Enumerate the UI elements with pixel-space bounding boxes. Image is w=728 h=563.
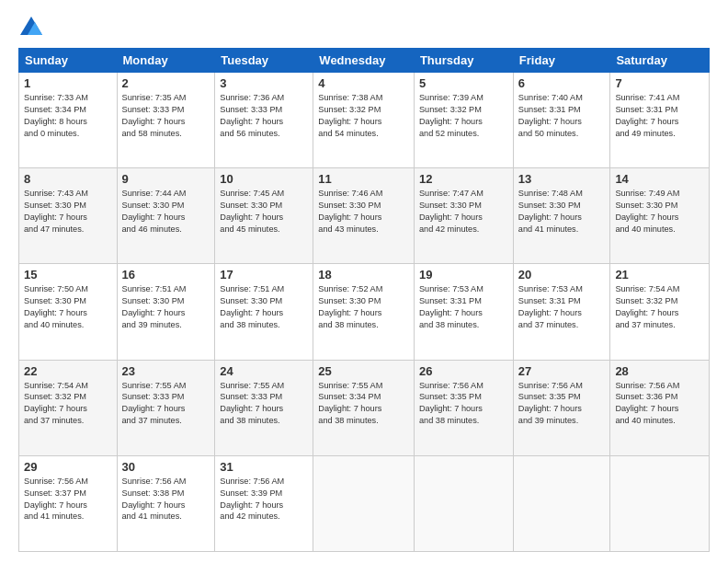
day-number: 28 <box>615 364 704 378</box>
calendar-cell: 31Sunrise: 7:56 AM Sunset: 3:39 PM Dayli… <box>215 455 313 551</box>
day-header-tuesday: Tuesday <box>215 49 313 73</box>
calendar-cell: 18Sunrise: 7:52 AM Sunset: 3:30 PM Dayli… <box>313 264 415 360</box>
calendar-cell: 15Sunrise: 7:50 AM Sunset: 3:30 PM Dayli… <box>19 264 118 360</box>
day-number: 4 <box>318 76 409 90</box>
calendar-cell <box>610 455 710 551</box>
calendar-cell: 5Sunrise: 7:39 AM Sunset: 3:32 PM Daylig… <box>414 73 513 168</box>
day-number: 30 <box>122 460 210 474</box>
calendar-cell: 12Sunrise: 7:47 AM Sunset: 3:30 PM Dayli… <box>414 168 513 264</box>
calendar-cell: 13Sunrise: 7:48 AM Sunset: 3:30 PM Dayli… <box>513 168 610 264</box>
calendar-cell: 17Sunrise: 7:51 AM Sunset: 3:30 PM Dayli… <box>215 264 313 360</box>
calendar-cell: 27Sunrise: 7:56 AM Sunset: 3:35 PM Dayli… <box>513 360 610 455</box>
header <box>18 15 710 40</box>
calendar-cell: 26Sunrise: 7:56 AM Sunset: 3:35 PM Dayli… <box>414 360 513 455</box>
day-info: Sunrise: 7:51 AM Sunset: 3:30 PM Dayligh… <box>122 283 210 331</box>
calendar-cell: 2Sunrise: 7:35 AM Sunset: 3:33 PM Daylig… <box>117 73 215 168</box>
day-info: Sunrise: 7:56 AM Sunset: 3:38 PM Dayligh… <box>122 476 210 523</box>
day-info: Sunrise: 7:52 AM Sunset: 3:30 PM Dayligh… <box>318 283 409 331</box>
calendar-body: 1Sunrise: 7:33 AM Sunset: 3:34 PM Daylig… <box>19 73 710 552</box>
calendar-cell: 19Sunrise: 7:53 AM Sunset: 3:31 PM Dayli… <box>414 264 513 360</box>
logo <box>18 15 48 40</box>
calendar-table: SundayMondayTuesdayWednesdayThursdayFrid… <box>18 48 710 552</box>
calendar-cell: 11Sunrise: 7:46 AM Sunset: 3:30 PM Dayli… <box>313 168 415 264</box>
day-number: 16 <box>122 268 210 282</box>
day-number: 29 <box>24 460 112 474</box>
day-info: Sunrise: 7:56 AM Sunset: 3:37 PM Dayligh… <box>24 476 112 523</box>
day-info: Sunrise: 7:50 AM Sunset: 3:30 PM Dayligh… <box>24 283 112 331</box>
day-info: Sunrise: 7:41 AM Sunset: 3:31 PM Dayligh… <box>615 92 704 140</box>
day-number: 24 <box>220 364 308 378</box>
day-number: 3 <box>220 76 308 90</box>
calendar-cell: 4Sunrise: 7:38 AM Sunset: 3:32 PM Daylig… <box>313 73 415 168</box>
day-info: Sunrise: 7:55 AM Sunset: 3:33 PM Dayligh… <box>220 380 308 428</box>
day-info: Sunrise: 7:54 AM Sunset: 3:32 PM Dayligh… <box>24 380 112 428</box>
header-row: SundayMondayTuesdayWednesdayThursdayFrid… <box>19 49 710 73</box>
day-info: Sunrise: 7:56 AM Sunset: 3:35 PM Dayligh… <box>419 380 508 428</box>
calendar-cell: 6Sunrise: 7:40 AM Sunset: 3:31 PM Daylig… <box>513 73 610 168</box>
day-number: 26 <box>419 364 508 378</box>
calendar-cell: 21Sunrise: 7:54 AM Sunset: 3:32 PM Dayli… <box>610 264 710 360</box>
day-number: 17 <box>220 268 308 282</box>
day-number: 22 <box>24 364 112 378</box>
day-header-saturday: Saturday <box>610 49 710 73</box>
day-info: Sunrise: 7:36 AM Sunset: 3:33 PM Dayligh… <box>220 92 308 140</box>
day-info: Sunrise: 7:56 AM Sunset: 3:39 PM Dayligh… <box>220 476 308 523</box>
day-number: 13 <box>518 172 606 186</box>
day-number: 11 <box>318 172 409 186</box>
calendar-cell: 30Sunrise: 7:56 AM Sunset: 3:38 PM Dayli… <box>117 455 215 551</box>
day-number: 19 <box>419 268 508 282</box>
calendar-cell: 8Sunrise: 7:43 AM Sunset: 3:30 PM Daylig… <box>19 168 118 264</box>
day-header-wednesday: Wednesday <box>313 49 415 73</box>
day-number: 8 <box>24 172 112 186</box>
calendar-cell: 24Sunrise: 7:55 AM Sunset: 3:33 PM Dayli… <box>215 360 313 455</box>
calendar-cell: 20Sunrise: 7:53 AM Sunset: 3:31 PM Dayli… <box>513 264 610 360</box>
logo-icon <box>18 15 44 40</box>
day-number: 31 <box>220 460 308 474</box>
day-info: Sunrise: 7:35 AM Sunset: 3:33 PM Dayligh… <box>122 92 210 140</box>
day-number: 23 <box>122 364 210 378</box>
calendar-cell: 28Sunrise: 7:56 AM Sunset: 3:36 PM Dayli… <box>610 360 710 455</box>
day-info: Sunrise: 7:38 AM Sunset: 3:32 PM Dayligh… <box>318 92 409 140</box>
day-number: 20 <box>518 268 606 282</box>
day-info: Sunrise: 7:46 AM Sunset: 3:30 PM Dayligh… <box>318 188 409 236</box>
day-header-friday: Friday <box>513 49 610 73</box>
day-number: 6 <box>518 76 606 90</box>
calendar-cell: 10Sunrise: 7:45 AM Sunset: 3:30 PM Dayli… <box>215 168 313 264</box>
calendar-cell: 7Sunrise: 7:41 AM Sunset: 3:31 PM Daylig… <box>610 73 710 168</box>
calendar-cell: 9Sunrise: 7:44 AM Sunset: 3:30 PM Daylig… <box>117 168 215 264</box>
day-info: Sunrise: 7:33 AM Sunset: 3:34 PM Dayligh… <box>24 92 112 140</box>
week-row: 15Sunrise: 7:50 AM Sunset: 3:30 PM Dayli… <box>19 264 710 360</box>
calendar-cell <box>414 455 513 551</box>
day-info: Sunrise: 7:40 AM Sunset: 3:31 PM Dayligh… <box>518 92 606 140</box>
day-header-thursday: Thursday <box>414 49 513 73</box>
calendar-cell: 14Sunrise: 7:49 AM Sunset: 3:30 PM Dayli… <box>610 168 710 264</box>
day-info: Sunrise: 7:53 AM Sunset: 3:31 PM Dayligh… <box>518 283 606 331</box>
day-number: 2 <box>122 76 210 90</box>
day-header-monday: Monday <box>117 49 215 73</box>
calendar-cell: 29Sunrise: 7:56 AM Sunset: 3:37 PM Dayli… <box>19 455 118 551</box>
day-number: 12 <box>419 172 508 186</box>
day-number: 5 <box>419 76 508 90</box>
page: SundayMondayTuesdayWednesdayThursdayFrid… <box>0 0 728 563</box>
day-info: Sunrise: 7:56 AM Sunset: 3:35 PM Dayligh… <box>518 380 606 428</box>
calendar-cell: 25Sunrise: 7:55 AM Sunset: 3:34 PM Dayli… <box>313 360 415 455</box>
day-number: 21 <box>615 268 704 282</box>
day-info: Sunrise: 7:45 AM Sunset: 3:30 PM Dayligh… <box>220 188 308 236</box>
day-number: 1 <box>24 76 112 90</box>
day-number: 9 <box>122 172 210 186</box>
calendar-cell: 3Sunrise: 7:36 AM Sunset: 3:33 PM Daylig… <box>215 73 313 168</box>
day-number: 27 <box>518 364 606 378</box>
calendar-cell: 1Sunrise: 7:33 AM Sunset: 3:34 PM Daylig… <box>19 73 118 168</box>
calendar-cell <box>513 455 610 551</box>
day-info: Sunrise: 7:55 AM Sunset: 3:34 PM Dayligh… <box>318 380 409 428</box>
day-info: Sunrise: 7:39 AM Sunset: 3:32 PM Dayligh… <box>419 92 508 140</box>
week-row: 29Sunrise: 7:56 AM Sunset: 3:37 PM Dayli… <box>19 455 710 551</box>
week-row: 1Sunrise: 7:33 AM Sunset: 3:34 PM Daylig… <box>19 73 710 168</box>
day-info: Sunrise: 7:47 AM Sunset: 3:30 PM Dayligh… <box>419 188 508 236</box>
day-info: Sunrise: 7:43 AM Sunset: 3:30 PM Dayligh… <box>24 188 112 236</box>
day-number: 10 <box>220 172 308 186</box>
day-info: Sunrise: 7:54 AM Sunset: 3:32 PM Dayligh… <box>615 283 704 331</box>
day-number: 7 <box>615 76 704 90</box>
calendar-cell: 16Sunrise: 7:51 AM Sunset: 3:30 PM Dayli… <box>117 264 215 360</box>
calendar-cell: 23Sunrise: 7:55 AM Sunset: 3:33 PM Dayli… <box>117 360 215 455</box>
